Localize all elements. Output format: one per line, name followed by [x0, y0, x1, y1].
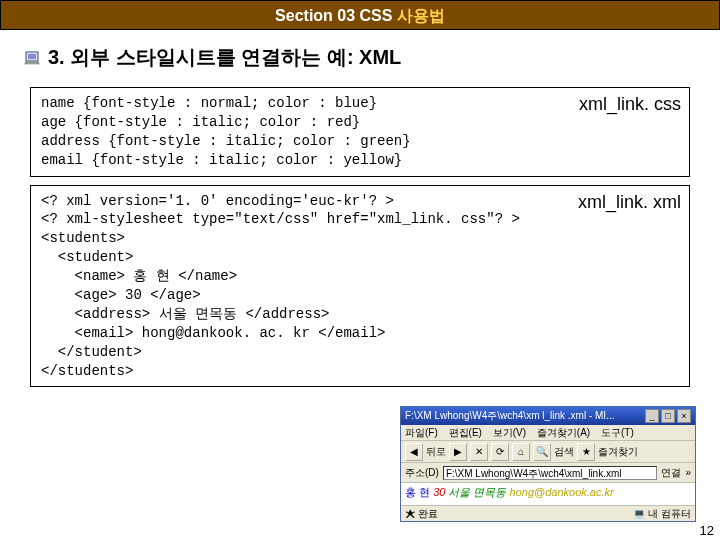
content-age: 30	[433, 486, 445, 498]
menu-view[interactable]: 보기(V)	[493, 427, 526, 438]
address-label: 주소(D)	[405, 466, 439, 480]
browser-menubar: 파일(F) 편집(E) 보기(V) 즐겨찾기(A) 도구(T)	[401, 425, 695, 441]
css-code-box: xml_link. css name {font-style : normal;…	[30, 87, 690, 177]
refresh-button[interactable]: ⟳	[491, 443, 509, 461]
maximize-button[interactable]: □	[661, 409, 675, 423]
browser-titlebar: F:\XM Lwhong\W4주\wch4\xm l_link .xml - M…	[401, 407, 695, 425]
favorites-label: 즐겨찾기	[598, 445, 638, 459]
browser-statusbar: 🟊 완료 💻 내 컴퓨터	[401, 505, 695, 521]
computer-icon	[24, 49, 42, 67]
xml-code: <? xml version='1. 0' encoding='euc-kr'?…	[41, 192, 679, 381]
section-header-suffix: 사용법	[397, 7, 445, 24]
content-email: hong@dankook.ac.kr	[510, 486, 614, 498]
status-zone: 💻 내 컴퓨터	[633, 506, 691, 521]
back-button[interactable]: ◀	[405, 443, 423, 461]
slide-title-row: 3. 외부 스타일시트를 연결하는 예: XML	[0, 30, 720, 81]
forward-button[interactable]: ▶	[449, 443, 467, 461]
favorites-icon[interactable]: ★	[577, 443, 595, 461]
status-done: 🟊 완료	[405, 506, 438, 521]
menu-favorites[interactable]: 즐겨찾기(A)	[537, 427, 590, 438]
stop-button[interactable]: ✕	[470, 443, 488, 461]
css-file-label: xml_link. css	[577, 92, 683, 116]
browser-content: 홍 현 30 서울 면목동 hong@dankook.ac.kr	[401, 483, 695, 505]
page-number: 12	[700, 523, 714, 538]
search-label: 검색	[554, 445, 574, 459]
menu-tools[interactable]: 도구(T)	[601, 427, 634, 438]
menu-file[interactable]: 파일(F)	[405, 427, 438, 438]
browser-toolbar: ◀ 뒤로 ▶ ✕ ⟳ ⌂ 🔍 검색 ★ 즐겨찾기	[401, 441, 695, 463]
minimize-button[interactable]: _	[645, 409, 659, 423]
content-address: 서울 면목동	[448, 486, 506, 498]
window-controls: _ □ ×	[645, 409, 691, 423]
xml-code-box: xml_link. xml <? xml version='1. 0' enco…	[30, 185, 690, 388]
address-input[interactable]: F:\XM Lwhong\W4주\wch4\xml_link.xml	[443, 466, 658, 480]
menu-edit[interactable]: 편집(E)	[449, 427, 482, 438]
back-label: 뒤로	[426, 445, 446, 459]
svg-rect-2	[25, 62, 39, 64]
svg-rect-1	[28, 54, 36, 59]
search-icon[interactable]: 🔍	[533, 443, 551, 461]
section-header: Section 03 CSS 사용법	[0, 0, 720, 30]
xml-file-label: xml_link. xml	[576, 190, 683, 214]
browser-window: F:\XM Lwhong\W4주\wch4\xm l_link .xml - M…	[400, 406, 696, 522]
links-button[interactable]: »	[685, 467, 691, 478]
content-name: 홍 현	[405, 486, 430, 498]
close-button[interactable]: ×	[677, 409, 691, 423]
go-button[interactable]: 연결	[661, 466, 681, 480]
home-button[interactable]: ⌂	[512, 443, 530, 461]
browser-addressbar: 주소(D) F:\XM Lwhong\W4주\wch4\xml_link.xml…	[401, 463, 695, 483]
slide-title: 3. 외부 스타일시트를 연결하는 예: XML	[48, 44, 401, 71]
browser-title-text: F:\XM Lwhong\W4주\wch4\xm l_link .xml - M…	[405, 407, 615, 425]
section-header-prefix: Section 03 CSS	[275, 7, 397, 24]
